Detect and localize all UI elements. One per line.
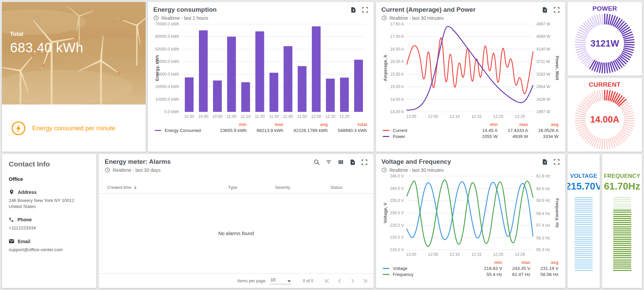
level-gauge-bar xyxy=(575,224,593,225)
level-gauge-bar xyxy=(575,216,593,217)
power-gauge-value: 3121W xyxy=(574,13,635,74)
level-gauge-bar xyxy=(575,239,593,240)
level-gauge-bar xyxy=(575,253,593,254)
fullscreen-icon[interactable] xyxy=(553,159,560,165)
alarms-footer: Items per page: 10 0 of 0 xyxy=(99,273,374,288)
legend-value: 42226.1769 kWh xyxy=(283,128,328,133)
svg-text:61.6 Hz: 61.6 Hz xyxy=(536,174,550,178)
prev-page-icon[interactable] xyxy=(336,277,343,285)
energy-dashboard: Total 683.40 kWh Energy consumed per min… xyxy=(0,0,644,290)
next-page-icon[interactable] xyxy=(349,277,356,285)
svg-text:230.0 V: 230.0 V xyxy=(390,211,404,215)
level-gauge-bar xyxy=(613,239,631,240)
file-export-icon[interactable] xyxy=(542,159,548,165)
svg-text:55.3 Hz: 55.3 Hz xyxy=(536,247,550,252)
column-header-type[interactable]: Type xyxy=(228,185,275,190)
legend-series-energy-consumed[interactable]: Energy Consumed xyxy=(155,128,210,133)
legend-series-frequency[interactable]: Frequency xyxy=(383,272,474,277)
filter-icon[interactable] xyxy=(325,159,332,165)
svg-text:12:10: 12:10 xyxy=(450,252,460,257)
level-gauge-bar xyxy=(575,268,593,269)
level-gauge-bar xyxy=(613,249,631,250)
level-gauge-bar xyxy=(613,212,631,213)
legend-series-current[interactable]: Current xyxy=(383,128,472,133)
search-icon[interactable] xyxy=(313,159,320,165)
last-page-icon[interactable] xyxy=(362,277,369,285)
file-export-icon[interactable] xyxy=(350,159,356,165)
level-gauge-bar xyxy=(575,210,593,211)
contact-info-title: Contact Info xyxy=(9,160,90,168)
level-gauge-bar xyxy=(613,218,631,219)
level-gauge-bar xyxy=(575,218,593,219)
svg-text:11:40: 11:40 xyxy=(283,114,293,119)
level-gauge-bar xyxy=(613,224,631,225)
legend-series-voltage[interactable]: Voltage xyxy=(383,266,474,271)
level-gauge-bar xyxy=(613,228,631,229)
legend-value: 14.45 A xyxy=(472,128,498,133)
legend-value: 58.56 Hz xyxy=(530,272,558,277)
timewindow-label: Realtime - last 30 minutes xyxy=(389,15,444,21)
timewindow[interactable]: Realtime - last 30 minutes xyxy=(381,167,560,173)
level-gauge-bar xyxy=(575,199,593,200)
first-page-icon[interactable] xyxy=(323,277,331,285)
svg-text:59.5 Hz: 59.5 Hz xyxy=(536,198,550,203)
svg-text:56.3 Hz: 56.3 Hz xyxy=(536,236,550,240)
svg-text:245.0 V: 245.0 V xyxy=(390,174,404,178)
svg-text:12:20: 12:20 xyxy=(493,252,503,257)
total-overlay: Total 683.40 kWh xyxy=(10,31,83,55)
svg-text:12:15: 12:15 xyxy=(471,114,481,119)
svg-text:16.50 A: 16.50 A xyxy=(390,47,404,52)
column-header-created-time[interactable]: Created time xyxy=(107,185,228,190)
svg-text:12:15: 12:15 xyxy=(471,252,481,257)
level-gauge-bar xyxy=(575,197,593,198)
svg-text:12:20: 12:20 xyxy=(339,114,350,119)
email-icon xyxy=(9,239,14,244)
column-header-status[interactable]: Status xyxy=(330,185,368,190)
level-gauge-bar xyxy=(575,230,593,231)
frequency-level-gauge xyxy=(613,197,631,272)
columns-icon[interactable] xyxy=(337,159,344,165)
file-export-icon[interactable] xyxy=(350,7,357,13)
column-header-severity[interactable]: Severity xyxy=(275,185,330,190)
svg-text:15.00 A: 15.00 A xyxy=(390,84,404,89)
alarms-toolbar xyxy=(313,159,368,165)
legend-series-power[interactable]: Power xyxy=(383,134,472,139)
svg-text:12:00: 12:00 xyxy=(406,252,416,257)
svg-text:12:25: 12:25 xyxy=(515,252,525,257)
legend-value: 548940.3 kWh xyxy=(328,128,367,133)
level-gauge-bar xyxy=(613,247,631,248)
timewindow[interactable]: Realtime - last 2 hours xyxy=(153,15,368,21)
office-label: Office xyxy=(9,176,90,182)
timewindow-label: Realtime - last 30 minutes xyxy=(389,167,444,173)
card-head: Current (Amperage) and Power xyxy=(381,6,560,13)
level-gauge-bar xyxy=(613,262,631,263)
legend-value: 4939 W xyxy=(497,134,528,139)
level-gauge-bar xyxy=(613,199,631,200)
card-head: Energy consumption xyxy=(153,6,368,13)
timewindow[interactable]: Realtime - last 30 minutes xyxy=(381,15,560,21)
level-gauge-bar xyxy=(575,260,593,261)
current-power-card: Current (Amperage) and Power Realtime - … xyxy=(376,2,565,152)
svg-text:14.50 A: 14.50 A xyxy=(390,97,404,102)
fullscreen-icon[interactable] xyxy=(362,7,368,13)
phone-section: Phone +1112223334 xyxy=(9,217,90,231)
legend-swatch xyxy=(383,136,389,137)
energy-chart-legend: minmaxavgtotalEnergy Consumed23655.9 kWh… xyxy=(153,122,368,133)
location-pin-icon xyxy=(9,189,14,195)
items-per-page-select[interactable]: 10 xyxy=(270,277,291,284)
timewindow[interactable]: Realtime - last 30 days xyxy=(105,167,368,173)
svg-text:12:25: 12:25 xyxy=(515,114,525,119)
file-export-icon[interactable] xyxy=(542,7,548,13)
level-gauge-bar xyxy=(613,226,631,227)
legend-column-avg: avg xyxy=(530,260,558,265)
level-gauge-bar xyxy=(613,216,631,217)
fullscreen-icon[interactable] xyxy=(361,159,368,165)
fullscreen-icon[interactable] xyxy=(553,7,560,13)
svg-text:11:00: 11:00 xyxy=(227,114,236,119)
svg-text:10:50: 10:50 xyxy=(212,114,222,119)
svg-text:11:30: 11:30 xyxy=(269,114,279,119)
level-gauge-bar xyxy=(575,237,593,238)
legend-column-max: max xyxy=(497,122,528,127)
level-gauge-column: VOLTAGE 215.70V FREQUENCY 61.70Hz xyxy=(568,154,642,288)
svg-text:Amperage, A: Amperage, A xyxy=(383,55,388,81)
